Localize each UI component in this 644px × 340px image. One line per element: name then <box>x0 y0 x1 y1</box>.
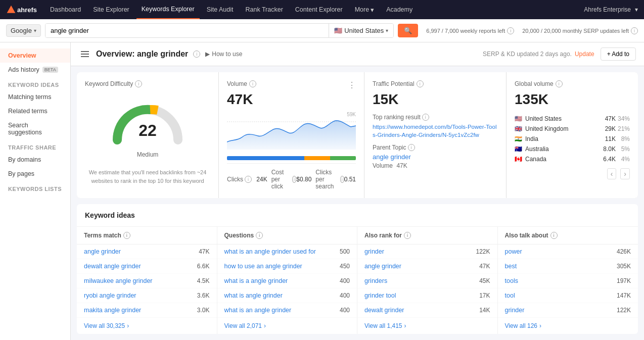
country-pct: 21% <box>616 125 630 132</box>
ideas-keyword-link[interactable]: milwaukee angle grinder <box>84 277 153 284</box>
ideas-keyword-link[interactable]: angle grinder <box>364 263 401 270</box>
how-to-button[interactable]: ▶ How to use <box>205 51 242 58</box>
ideas-keyword-link[interactable]: best <box>505 263 517 270</box>
global-volume-info[interactable]: i <box>556 80 563 87</box>
monthly-info-icon: i <box>631 27 638 34</box>
top-ranking-label: Top ranking result i <box>373 114 498 121</box>
menu-icon[interactable] <box>79 49 91 59</box>
content-area: Overview: angle grinder i ▶ How to use S… <box>71 42 644 340</box>
update-link[interactable]: Update <box>575 51 594 58</box>
col-info-icon[interactable]: i <box>404 232 411 239</box>
ideas-volume: 147K <box>617 292 631 299</box>
ideas-keyword-link[interactable]: grinder tool <box>364 292 396 299</box>
ideas-column-2: Also rank fori grinder 122K angle grinde… <box>357 227 498 334</box>
ideas-volume: 4.5K <box>197 277 210 284</box>
ideas-row: what is a angle grinder 400 <box>217 274 357 288</box>
country-selector[interactable]: 🇺🇸 United States ▾ <box>329 24 393 37</box>
ideas-keyword-link[interactable]: makita angle grinder <box>84 307 141 314</box>
view-all-link[interactable]: View all 30,325› <box>77 318 217 334</box>
nav-rank-tracker[interactable]: Rank Tracker <box>240 0 288 19</box>
next-arrow[interactable]: › <box>620 168 630 179</box>
sidebar-item-search-suggestions[interactable]: Search suggestions <box>0 118 70 139</box>
cpc-info[interactable]: i <box>292 176 296 183</box>
country-flag: 🇺🇸 <box>515 115 522 122</box>
country-list: 🇺🇸 United States 47K 34% 🇬🇧 United Kingd… <box>515 114 630 164</box>
country-pct: 8% <box>616 135 630 142</box>
ideas-row: tool 147K <box>498 288 638 303</box>
sidebar-item-related-terms[interactable]: Related terms <box>0 104 70 118</box>
country-chevron: ▾ <box>386 28 388 33</box>
nav-dashboard[interactable]: Dashboard <box>45 0 86 19</box>
ideas-column-3: Also talk abouti power 426K best 305K to… <box>498 227 638 334</box>
sidebar-item-by-domains[interactable]: By domains <box>0 153 70 167</box>
volume-info-icon[interactable]: i <box>249 80 256 87</box>
nav-site-audit[interactable]: Site Audit <box>202 0 239 19</box>
monthly-updates-text: 20,000 / 20,000 monthly SERP updates lef… <box>522 28 629 34</box>
kd-info-icon[interactable]: i <box>135 80 142 87</box>
title-info-icon[interactable]: i <box>193 51 200 58</box>
cps-label: Clicks per search i <box>315 169 344 190</box>
ideas-volume: 45K <box>479 277 490 284</box>
parent-topic-info[interactable]: i <box>408 144 415 151</box>
sidebar-item-matching-terms[interactable]: Matching terms <box>0 90 70 104</box>
view-all-link[interactable]: View all 2,071› <box>217 318 357 334</box>
prev-arrow[interactable]: ‹ <box>607 168 617 179</box>
ideas-row: angle grinder 47K <box>77 245 217 259</box>
ideas-volume: 47K <box>199 248 209 255</box>
ideas-keyword-link[interactable]: grinder <box>364 248 384 255</box>
ideas-row: grinder 122K <box>498 303 638 318</box>
nav-content-explorer[interactable]: Content Explorer <box>290 0 348 19</box>
serp-update-text: SERP & KD updated 2 days ago. <box>483 51 572 58</box>
ideas-keyword-link[interactable]: power <box>505 248 522 255</box>
country-row: 🇨🇦 Canada 6.4K 4% <box>515 154 630 164</box>
ideas-keyword-link[interactable]: how to use an angle grinder <box>224 263 302 270</box>
sidebar-item-overview[interactable]: Overview <box>0 48 70 63</box>
engine-selector[interactable]: Google ▾ <box>6 24 41 37</box>
ideas-column-0: Terms matchi angle grinder 47K dewalt an… <box>77 227 217 334</box>
nav-more[interactable]: More ▾ <box>350 6 379 14</box>
search-input[interactable] <box>45 24 329 37</box>
parent-topic-value[interactable]: angle grinder <box>373 153 498 161</box>
ideas-row: power 426K <box>498 245 638 259</box>
ideas-keyword-link[interactable]: tools <box>505 277 518 284</box>
clicks-info[interactable]: i <box>245 176 252 183</box>
col-info-icon[interactable]: i <box>123 232 130 239</box>
sidebar: Overview Ads history BETA Keyword ideas … <box>0 42 71 340</box>
ideas-keyword-link[interactable]: grinders <box>364 277 387 284</box>
view-all-link[interactable]: View all 1,415› <box>357 318 497 334</box>
cps-info[interactable]: i <box>340 176 344 183</box>
nav-keywords-explorer[interactable]: Keywords Explorer <box>136 0 200 19</box>
nav-academy[interactable]: Academy <box>381 0 418 19</box>
col-info-icon[interactable]: i <box>550 232 558 239</box>
search-button[interactable]: 🔍 <box>398 24 418 37</box>
ideas-keyword-link[interactable]: what is an angle grinder <box>224 307 292 314</box>
engine-chevron: ▾ <box>34 28 36 33</box>
sidebar-item-ads-history[interactable]: Ads history BETA <box>0 63 70 77</box>
volume-dots-menu[interactable]: ⋮ <box>348 80 356 90</box>
view-all-link[interactable]: View all 126› <box>498 318 638 334</box>
ideas-keyword-link[interactable]: ryobi angle grinder <box>84 292 136 299</box>
ideas-volume: 47K <box>479 263 490 270</box>
top-ranking-url[interactable]: https://www.homedepot.com/b/Tools-Power-… <box>373 123 498 139</box>
ads-history-label: Ads history <box>8 66 39 73</box>
ideas-keyword-link[interactable]: what is a angle grinder <box>224 277 288 284</box>
sidebar-item-by-pages[interactable]: By pages <box>0 167 70 181</box>
ideas-row: grinder tool 17K <box>357 288 497 303</box>
global-volume-nav: ‹ › <box>515 168 630 179</box>
ideas-keyword-link[interactable]: dewalt grinder <box>364 307 404 314</box>
update-info: SERP & KD updated 2 days ago. Update <box>483 51 594 58</box>
col-info-icon[interactable]: i <box>256 232 263 239</box>
cps-stat: Clicks per search i 0.51 <box>315 169 356 190</box>
ideas-keyword-link[interactable]: angle grinder <box>84 248 121 255</box>
cpc-value: $0.80 <box>296 176 311 183</box>
ideas-keyword-link[interactable]: what is an angle grinder used for <box>224 248 316 255</box>
nav-site-explorer[interactable]: Site Explorer <box>88 0 134 19</box>
add-to-button[interactable]: + Add to <box>601 47 636 61</box>
volume-chart: 59K <box>227 112 356 152</box>
traffic-info-icon[interactable]: i <box>417 80 424 87</box>
ideas-keyword-link[interactable]: what is angle grinder <box>224 292 283 299</box>
ideas-keyword-link[interactable]: dewalt angle grinder <box>84 263 141 270</box>
top-ranking-info[interactable]: i <box>422 114 429 121</box>
ideas-keyword-link[interactable]: grinder <box>505 307 525 314</box>
ideas-keyword-link[interactable]: tool <box>505 292 515 299</box>
